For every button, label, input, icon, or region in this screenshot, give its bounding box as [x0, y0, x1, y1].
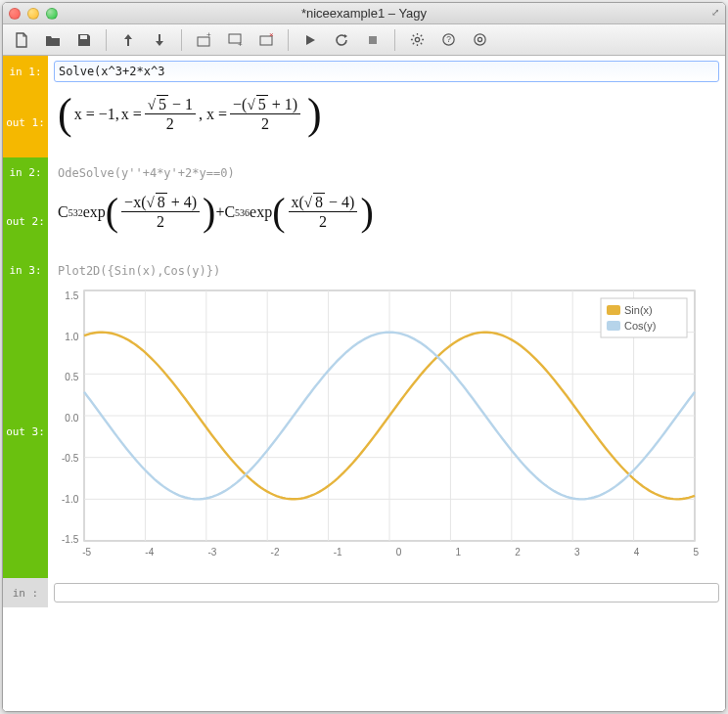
gutter-out-1: out 1:: [3, 87, 48, 157]
window-title: *niceexample1 – Yagy: [3, 6, 725, 21]
svg-text:Cos(y): Cos(y): [624, 320, 656, 332]
stop-button[interactable]: [360, 28, 386, 52]
toolbar: + + × ?: [3, 24, 725, 56]
save-button[interactable]: [71, 28, 97, 52]
move-down-button[interactable]: [147, 28, 172, 52]
svg-rect-34: [607, 321, 620, 331]
svg-point-7: [415, 37, 419, 41]
input-cell-2[interactable]: OdeSolve(y''+4*y'+2*y==0): [58, 166, 235, 180]
gutter-out-3: out 3:: [3, 285, 48, 578]
settings-button[interactable]: [404, 28, 430, 52]
svg-point-11: [478, 37, 481, 41]
gutter-in-empty: in :: [3, 578, 48, 607]
reload-button[interactable]: [329, 28, 354, 52]
svg-text:?: ?: [446, 34, 451, 44]
gutter-in-3: in 3:: [3, 255, 48, 285]
notebook-content: in 1: out 1: ( x = −1, x = √5 − 12 , x =…: [3, 56, 725, 711]
input-cell-empty[interactable]: [54, 583, 719, 602]
gutter-in-1: in 1:: [3, 56, 48, 87]
plot-output-3: 1.51.00.50.0-0.5-1.0-1.5 Sin(x)Cos(y) -5…: [58, 289, 715, 558]
svg-rect-32: [607, 305, 620, 315]
svg-text:+: +: [206, 32, 211, 39]
input-cell-1[interactable]: [54, 61, 719, 82]
svg-point-10: [474, 34, 484, 45]
titlebar: *niceexample1 – Yagy ⤢: [3, 3, 725, 24]
input-cell-3[interactable]: Plot2D({Sin(x),Cos(y)}): [58, 264, 220, 278]
svg-text:×: ×: [269, 32, 274, 39]
new-button[interactable]: [9, 28, 34, 52]
gutter-in-2: in 2:: [3, 157, 48, 187]
output-2-math: C532 exp ( −x(√8 + 4)2 ) + C536 exp ( x(…: [58, 193, 715, 233]
svg-rect-6: [369, 36, 377, 44]
plot-canvas: Sin(x)Cos(y): [82, 289, 699, 545]
insert-below-button[interactable]: +: [222, 28, 248, 52]
help-button[interactable]: ?: [435, 28, 461, 52]
delete-cell-button[interactable]: ×: [253, 28, 279, 52]
run-button[interactable]: [297, 28, 323, 52]
gutter-out-2: out 2:: [3, 187, 48, 255]
kernel-button[interactable]: [467, 28, 492, 52]
insert-above-button[interactable]: +: [191, 28, 216, 52]
svg-text:Sin(x): Sin(x): [624, 304, 653, 316]
output-1-math: ( x = −1, x = √5 − 12 , x = −(√5 + 1)2 ): [58, 93, 715, 136]
open-button[interactable]: [40, 28, 66, 52]
svg-text:+: +: [238, 40, 243, 48]
move-up-button[interactable]: [115, 28, 141, 52]
expand-icon[interactable]: ⤢: [711, 7, 719, 18]
